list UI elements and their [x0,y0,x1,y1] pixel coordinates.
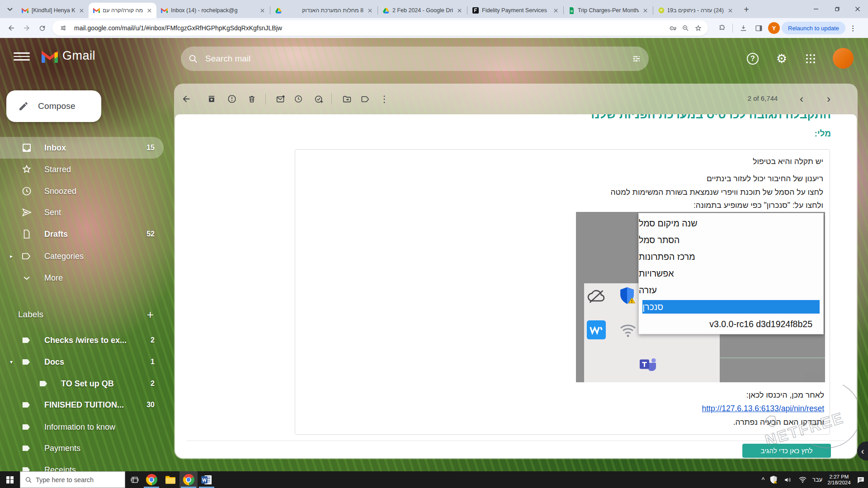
sidebar-item-starred[interactable]: Starred [0,159,164,180]
browser-tab-drive-feb[interactable]: 2 Feb 2024 - Google Drive [378,3,467,18]
browser-tab-fidelity[interactable]: Fidelity Payment Services [468,3,563,18]
expander-icon[interactable]: ▾ [10,359,13,365]
close-icon[interactable] [456,7,463,14]
search-icon[interactable] [188,54,198,64]
sidebar-item-inbox[interactable]: Inbox 15 [0,137,164,159]
taskbar-search[interactable] [20,471,125,488]
side-panel-icon[interactable] [751,20,766,36]
sidebar-label-docs[interactable]: ▾ Docs 1 [0,351,164,373]
sidebar-label-information[interactable]: Information to know [0,416,164,438]
move-to-icon[interactable] [338,90,356,108]
menu-item-sync-selected[interactable]: סנכרן [642,300,820,314]
sidebar-label-to-set-up-qb[interactable]: TO Set up QB 2 [0,373,164,394]
close-icon[interactable] [78,7,85,14]
closing-line: ותבדקו האם הבעיה נפתרה. [702,415,824,429]
start-button[interactable] [0,471,20,488]
profile-avatar[interactable]: Y [766,20,782,36]
word-icon[interactable] [198,471,216,488]
sidebar-item-more[interactable]: More [0,267,164,289]
sidebar-item-sent[interactable]: Sent [0,202,164,223]
taskbar-clock[interactable]: 2:27 PM 2/18/2024 [826,471,853,488]
sidebar-item-snoozed[interactable]: Snoozed [0,180,164,202]
mark-unread-icon[interactable] [271,90,289,108]
add-to-tasks-icon[interactable] [310,90,328,108]
expander-icon[interactable]: ▸ [10,253,13,259]
archive-icon[interactable] [203,90,221,108]
address-bar[interactable]: mail.google.com/mail/u/1/#inbox/FMfcgzGx… [52,20,708,36]
bookmark-star-icon[interactable] [692,22,704,34]
extensions-icon[interactable] [714,20,730,36]
close-icon[interactable] [259,7,266,14]
apps-grid-icon[interactable] [800,48,821,70]
restore-button[interactable] [826,0,847,18]
relaunch-to-update-button[interactable]: Relaunch to update [782,22,845,34]
gear-icon[interactable]: ⚙ [771,48,793,70]
reply-button[interactable]: לחץ כאן כדי להגיב [742,444,831,458]
chevron-down-icon[interactable] [4,3,16,16]
back-icon[interactable] [4,20,19,36]
keyboard-language[interactable]: עבר [809,471,826,488]
chrome-taskbar-icon-active[interactable] [179,471,198,488]
task-view-icon[interactable] [126,471,144,488]
delete-icon[interactable] [243,90,261,108]
sidebar-label-checks[interactable]: Checks /wires to ex... 2 [0,329,164,351]
browser-tab-sheets[interactable]: Trip Charges-Per Month/P [564,3,652,18]
browser-menu-icon[interactable]: ⋮ [845,20,861,36]
sidebar-label-finished-tuition[interactable]: FINISHED TUITION... 30 [0,394,164,416]
search-bar[interactable] [181,47,649,71]
new-tab-button[interactable]: + [740,3,753,16]
label-icon[interactable] [356,90,374,108]
close-icon[interactable] [146,7,153,14]
refresh-icon[interactable] [34,20,50,36]
close-icon[interactable] [726,7,734,14]
taskbar-search-input[interactable] [36,476,113,483]
browser-tab-inbox[interactable]: Inbox (14) - rochelpack@g [156,3,269,18]
close-icon[interactable] [642,7,649,14]
chrome-taskbar-icon[interactable] [142,471,160,488]
close-icon[interactable] [552,7,559,14]
download-icon[interactable] [736,20,751,36]
menu-item-solutions-center[interactable]: מרכז הפתרונות [639,249,823,265]
menu-item-hide-icon[interactable]: הסתר סמל [639,232,823,249]
file-explorer-icon[interactable] [161,471,179,488]
browser-tab-help-forum[interactable]: (24) עזרה - ניתוקים ב019 [654,3,737,18]
search-input[interactable] [205,54,632,64]
main-menu-icon[interactable] [14,48,30,65]
menu-item-change-icon-position[interactable]: שנה מיקום סמל [639,215,823,232]
older-message-icon[interactable]: › [820,90,838,108]
snooze-icon[interactable] [289,90,307,108]
action-center-icon[interactable] [854,471,868,488]
zoom-icon[interactable] [679,22,692,34]
back-to-inbox-icon[interactable] [177,90,195,108]
minimize-button[interactable] [806,0,826,18]
email-sender: מלי: [814,129,831,139]
reset-link[interactable]: http://127.6.13.6:6133/api/nin/reset [702,404,824,413]
search-options-icon[interactable] [632,54,642,64]
tab-title: 8 מחלות המערכת האנדוק [285,7,363,14]
security-shield-icon[interactable] [767,471,780,488]
wifi-tray-icon[interactable] [796,471,809,488]
more-options-icon[interactable]: ⋮ [375,90,393,108]
speaker-icon[interactable] [781,471,795,488]
sidebar-item-drafts[interactable]: Drafts 52 [0,223,164,245]
menu-item-options[interactable]: אפשרויות [639,265,823,282]
help-icon[interactable]: ? [742,48,764,70]
sidebar-label-payments[interactable]: Payments [0,437,164,459]
sidebar-item-categories[interactable]: ▸ Categories [0,245,164,267]
browser-tab-drive-doc[interactable]: 8 מחלות המערכת האנדוק [271,3,377,18]
close-icon[interactable] [366,7,373,14]
site-settings-icon[interactable] [57,22,70,34]
newer-message-icon[interactable]: ‹ [793,90,811,108]
url-text[interactable]: mail.google.com/mail/u/1/#inbox/FMfcgzGx… [74,24,666,32]
browser-tab-kindful[interactable]: [Kindful] Henya Kurtz Tran [17,3,89,18]
forward-icon[interactable] [19,20,34,36]
compose-button[interactable]: Compose [6,90,101,122]
close-window-button[interactable] [847,0,868,18]
fidelity-icon [472,7,479,14]
add-label-icon[interactable]: + [147,308,154,322]
report-spam-icon[interactable] [223,90,241,108]
menu-item-help[interactable]: עזרה [639,282,823,299]
password-key-icon[interactable] [666,22,679,34]
browser-tab-active[interactable]: מה קורה/קרה עם נטפרי?? [89,3,156,18]
account-avatar[interactable] [833,48,854,69]
